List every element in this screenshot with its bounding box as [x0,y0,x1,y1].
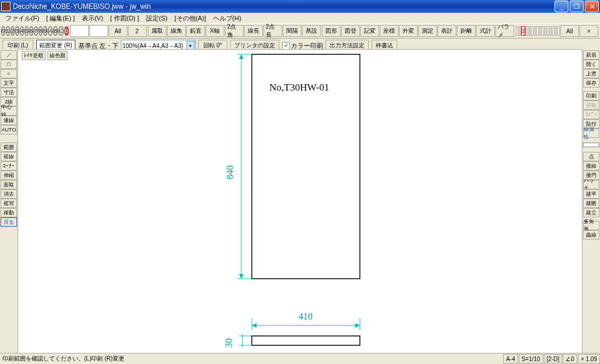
tool-undo[interactable]: 戻る [1,217,17,227]
status-angle[interactable]: ∠0 [563,354,577,363]
tab-0[interactable] [516,26,518,36]
tab-3[interactable] [526,26,528,36]
tb-kisetsu[interactable]: 基設 [302,25,321,37]
menu-settings[interactable]: 設定(S) [143,13,171,23]
tab-2[interactable]: 2 [521,26,525,36]
snap-point[interactable]: 点 [583,152,599,161]
tab-e[interactable] [555,26,557,36]
tool-text[interactable]: 文字 [1,78,17,88]
tool-move[interactable]: 移動 [1,208,17,217]
tb-2tenkaku[interactable]: 2点角 [225,25,244,37]
menu-help[interactable]: ヘルプ(H) [210,13,244,23]
layer-5[interactable]: 5 [25,26,29,36]
snap-tangent[interactable]: 接線 [583,161,599,171]
tool-curve[interactable]: 曲線 [583,230,599,240]
tab-5[interactable] [531,26,533,36]
menu-draw[interactable]: [ 作図(D) ] [107,13,143,23]
tb-shikikei[interactable]: 式計 [476,25,495,37]
menu-edit[interactable]: [ 編集(E) ] [43,13,78,23]
status-scale[interactable]: S=1/10 [519,354,543,363]
tb-kyori[interactable]: 距離 [457,25,476,37]
maximize-button[interactable]: ❐ [570,1,584,12]
layer-2[interactable]: 2 [11,26,15,36]
tb-zuto[interactable]: 図登 [341,25,360,37]
file-open[interactable]: 開く [583,60,599,69]
tab-9[interactable] [542,26,544,36]
menu-file[interactable]: ファイル(F) [2,13,42,23]
tool-corner[interactable]: ｺｰﾅｰ [1,161,17,171]
file-new[interactable]: 新規 [583,50,599,60]
tab-f[interactable] [557,26,560,36]
tb-sencho[interactable]: 線長 [244,25,263,37]
tb-zukei[interactable]: 図形 [322,25,341,37]
tool-rect[interactable]: □ [1,60,17,69]
tool-centerline[interactable]: 中心線 [1,106,17,116]
tab-1[interactable] [519,26,521,36]
tool-erase[interactable]: 消去 [1,189,17,199]
tb-param[interactable]: パラメ [495,25,514,37]
layer-3[interactable]: 3 [15,26,19,36]
line-attr[interactable]: 線属性 [583,129,599,138]
layer-d[interactable]: D [64,26,70,36]
tool-circle[interactable]: ○ [1,69,17,78]
tb-senkaku[interactable]: 線角 [167,25,186,37]
status-layer[interactable]: [2-D] [544,354,563,363]
file-saveas[interactable]: 保存 [583,78,599,88]
tb-zahyo[interactable]: 座標 [380,25,398,37]
layer-0[interactable]: 0 [1,26,5,36]
file-save[interactable]: 上書 [583,69,599,78]
tab-7[interactable] [536,26,539,36]
tool-kenpei[interactable]: 建平 [583,189,599,199]
tb-kihen[interactable]: 記変 [360,25,379,37]
close-button[interactable]: ✕ [585,1,599,12]
menu-view[interactable]: 表示(V) [79,13,106,23]
tool-range[interactable]: 範囲 [1,143,17,152]
tool-polyline[interactable]: 連線 [1,116,17,125]
layer-9[interactable]: 9 [43,26,47,36]
layer-color-swatch[interactable] [70,25,89,37]
status-mult[interactable]: × 1.09 [578,354,600,363]
tool-polygon[interactable]: 多角形 [583,221,599,230]
tb-2tencho[interactable]: 2点長 [263,25,282,37]
layer-b[interactable]: B [53,26,58,36]
tab-all[interactable]: All [560,25,579,37]
tab-a[interactable] [544,26,547,36]
tb-zokusei[interactable]: 属取 [148,25,167,37]
tab-c[interactable] [550,26,552,36]
color-print-checkbox[interactable]: ✔ [282,42,290,50]
layer-6[interactable]: 6 [29,26,33,36]
layer-all-button[interactable]: All [109,25,127,37]
drawing-canvas[interactable]: ﾚｲﾔ逆順 線色順 No,T30HW-01 840 410 [18,49,582,353]
file-print[interactable]: 印刷 [583,91,599,100]
minimize-button[interactable]: _ [554,1,568,12]
tool-auto[interactable]: AUTO [1,125,17,134]
tb-enchoku[interactable]: 鉛直 [186,25,205,37]
status-paper[interactable]: A-4 [503,354,518,363]
tool-line[interactable]: ／ [1,50,17,60]
edit-cut[interactable]: 切取 [583,100,599,110]
color-bar[interactable] [583,143,599,147]
tb-kankaku[interactable]: 間隔 [283,25,301,37]
tab-x[interactable]: × [580,25,598,37]
tab-d[interactable] [552,26,554,36]
tb-gaihen[interactable]: 外変 [399,25,418,37]
layer-7[interactable]: 7 [34,26,38,36]
tool-dimension[interactable]: 寸法 [1,88,17,97]
layer-c[interactable]: C [58,26,64,36]
tool-copy[interactable]: 複写 [1,199,17,208]
layer-color-swatch2[interactable] [89,25,108,37]
tb-xjiku[interactable]: X軸 [206,25,224,37]
tool-hatch[interactable]: ハッチ [583,180,599,189]
layer-set-button[interactable]: 2 [128,25,147,37]
tb-hyokei[interactable]: 表計 [438,25,456,37]
tool-kendan[interactable]: 建断 [583,199,599,208]
layer-1[interactable]: 1 [6,26,10,36]
edit-copy[interactable]: ｺﾋﾟｰ [583,110,599,119]
menu-other[interactable]: [その他(A)] [172,13,209,23]
tb-sokutei[interactable]: 測定 [418,25,437,37]
tab-4[interactable] [529,26,531,36]
tab-b[interactable] [547,26,549,36]
tool-extend[interactable]: 伸縮 [1,171,17,180]
layer-8[interactable]: 8 [39,26,43,36]
tool-chamfer[interactable]: 面取 [1,180,17,189]
